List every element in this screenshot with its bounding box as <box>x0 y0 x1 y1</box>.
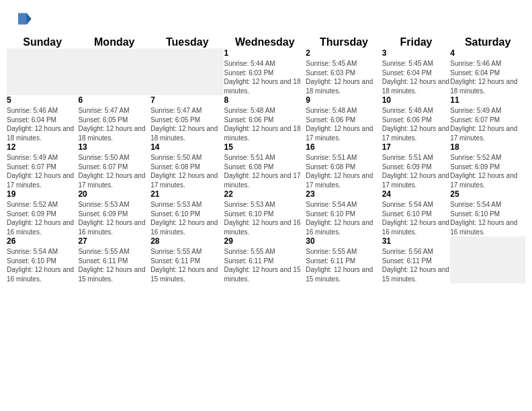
logo <box>13 9 34 28</box>
calendar-day-cell: 11Sunrise: 5:49 AM Sunset: 6:07 PM Dayli… <box>450 95 525 142</box>
calendar-day-cell: 6Sunrise: 5:47 AM Sunset: 6:05 PM Daylig… <box>78 95 150 142</box>
day-info: Sunrise: 5:50 AM Sunset: 6:07 PM Dayligh… <box>78 153 150 189</box>
day-info: Sunrise: 5:52 AM Sunset: 6:09 PM Dayligh… <box>450 153 525 189</box>
day-number: 15 <box>224 142 306 152</box>
day-number: 19 <box>7 189 78 199</box>
weekday-header-friday: Friday <box>382 36 451 48</box>
day-info: Sunrise: 5:54 AM Sunset: 6:10 PM Dayligh… <box>306 200 382 236</box>
calendar-day-cell: 22Sunrise: 5:53 AM Sunset: 6:10 PM Dayli… <box>224 189 306 236</box>
day-info: Sunrise: 5:45 AM Sunset: 6:03 PM Dayligh… <box>306 59 382 95</box>
day-number: 4 <box>450 48 525 58</box>
calendar-week-row: 1Sunrise: 5:44 AM Sunset: 6:03 PM Daylig… <box>7 48 525 95</box>
weekday-header-row: SundayMondayTuesdayWednesdayThursdayFrid… <box>7 36 525 48</box>
calendar-day-cell: 19Sunrise: 5:52 AM Sunset: 6:09 PM Dayli… <box>7 189 78 236</box>
day-info: Sunrise: 5:44 AM Sunset: 6:03 PM Dayligh… <box>224 59 306 95</box>
calendar-table: SundayMondayTuesdayWednesdayThursdayFrid… <box>7 36 525 283</box>
calendar-day-cell: 31Sunrise: 5:56 AM Sunset: 6:11 PM Dayli… <box>382 236 451 283</box>
day-number: 21 <box>150 189 224 199</box>
calendar-week-row: 19Sunrise: 5:52 AM Sunset: 6:09 PM Dayli… <box>7 189 525 236</box>
day-number: 14 <box>150 142 224 152</box>
calendar-day-cell: 3Sunrise: 5:45 AM Sunset: 6:04 PM Daylig… <box>382 48 451 95</box>
day-number: 31 <box>382 236 451 246</box>
calendar-day-cell: 23Sunrise: 5:54 AM Sunset: 6:10 PM Dayli… <box>306 189 382 236</box>
day-number: 29 <box>224 236 306 246</box>
day-number: 22 <box>224 189 306 199</box>
calendar-day-cell: 5Sunrise: 5:46 AM Sunset: 6:04 PM Daylig… <box>7 95 78 142</box>
day-info: Sunrise: 5:46 AM Sunset: 6:04 PM Dayligh… <box>7 106 78 142</box>
day-number: 26 <box>7 236 78 246</box>
calendar-day-cell: 21Sunrise: 5:53 AM Sunset: 6:10 PM Dayli… <box>150 189 224 236</box>
calendar-week-row: 5Sunrise: 5:46 AM Sunset: 6:04 PM Daylig… <box>7 95 525 142</box>
weekday-header-wednesday: Wednesday <box>224 36 306 48</box>
calendar-empty-cell <box>150 48 224 95</box>
calendar-day-cell: 25Sunrise: 5:54 AM Sunset: 6:10 PM Dayli… <box>450 189 525 236</box>
day-number: 16 <box>306 142 382 152</box>
calendar-week-row: 12Sunrise: 5:49 AM Sunset: 6:07 PM Dayli… <box>7 142 525 189</box>
day-number: 5 <box>7 95 78 105</box>
calendar-day-cell: 13Sunrise: 5:50 AM Sunset: 6:07 PM Dayli… <box>78 142 150 189</box>
day-info: Sunrise: 5:49 AM Sunset: 6:07 PM Dayligh… <box>7 153 78 189</box>
calendar-day-cell: 9Sunrise: 5:48 AM Sunset: 6:06 PM Daylig… <box>306 95 382 142</box>
day-info: Sunrise: 5:48 AM Sunset: 6:06 PM Dayligh… <box>306 106 382 142</box>
calendar-day-cell: 10Sunrise: 5:48 AM Sunset: 6:06 PM Dayli… <box>382 95 451 142</box>
logo-icon <box>13 9 32 28</box>
calendar-week-row: 26Sunrise: 5:54 AM Sunset: 6:10 PM Dayli… <box>7 236 525 283</box>
calendar-day-cell: 30Sunrise: 5:55 AM Sunset: 6:11 PM Dayli… <box>306 236 382 283</box>
day-number: 7 <box>150 95 224 105</box>
calendar-container: SundayMondayTuesdayWednesdayThursdayFrid… <box>0 36 532 290</box>
weekday-header-thursday: Thursday <box>306 36 382 48</box>
day-info: Sunrise: 5:53 AM Sunset: 6:10 PM Dayligh… <box>150 200 224 236</box>
calendar-day-cell: 24Sunrise: 5:54 AM Sunset: 6:10 PM Dayli… <box>382 189 451 236</box>
calendar-day-cell: 14Sunrise: 5:50 AM Sunset: 6:08 PM Dayli… <box>150 142 224 189</box>
day-info: Sunrise: 5:46 AM Sunset: 6:04 PM Dayligh… <box>450 59 525 95</box>
subtitle <box>0 31 532 36</box>
day-number: 13 <box>78 142 150 152</box>
calendar-day-cell: 4Sunrise: 5:46 AM Sunset: 6:04 PM Daylig… <box>450 48 525 95</box>
svg-marker-1 <box>27 13 32 25</box>
calendar-day-cell: 18Sunrise: 5:52 AM Sunset: 6:09 PM Dayli… <box>450 142 525 189</box>
day-info: Sunrise: 5:55 AM Sunset: 6:11 PM Dayligh… <box>150 247 224 283</box>
day-info: Sunrise: 5:55 AM Sunset: 6:11 PM Dayligh… <box>224 247 306 283</box>
calendar-day-cell: 12Sunrise: 5:49 AM Sunset: 6:07 PM Dayli… <box>7 142 78 189</box>
calendar-empty-cell <box>7 48 78 95</box>
page-header <box>0 0 532 31</box>
day-number: 1 <box>224 48 306 58</box>
day-info: Sunrise: 5:55 AM Sunset: 6:11 PM Dayligh… <box>78 247 150 283</box>
day-number: 17 <box>382 142 451 152</box>
calendar-day-cell: 15Sunrise: 5:51 AM Sunset: 6:08 PM Dayli… <box>224 142 306 189</box>
calendar-day-cell: 2Sunrise: 5:45 AM Sunset: 6:03 PM Daylig… <box>306 48 382 95</box>
day-info: Sunrise: 5:47 AM Sunset: 6:05 PM Dayligh… <box>150 106 224 142</box>
day-number: 28 <box>150 236 224 246</box>
day-number: 25 <box>450 189 525 199</box>
calendar-day-cell: 28Sunrise: 5:55 AM Sunset: 6:11 PM Dayli… <box>150 236 224 283</box>
calendar-empty-cell <box>450 236 525 283</box>
calendar-day-cell: 1Sunrise: 5:44 AM Sunset: 6:03 PM Daylig… <box>224 48 306 95</box>
day-info: Sunrise: 5:48 AM Sunset: 6:06 PM Dayligh… <box>224 106 306 142</box>
day-info: Sunrise: 5:54 AM Sunset: 6:10 PM Dayligh… <box>7 247 78 283</box>
day-info: Sunrise: 5:52 AM Sunset: 6:09 PM Dayligh… <box>7 200 78 236</box>
day-number: 18 <box>450 142 525 152</box>
day-number: 2 <box>306 48 382 58</box>
day-number: 23 <box>306 189 382 199</box>
day-info: Sunrise: 5:56 AM Sunset: 6:11 PM Dayligh… <box>382 247 451 283</box>
day-number: 9 <box>306 95 382 105</box>
day-number: 3 <box>382 48 451 58</box>
day-number: 12 <box>7 142 78 152</box>
day-info: Sunrise: 5:53 AM Sunset: 6:09 PM Dayligh… <box>78 200 150 236</box>
day-number: 20 <box>78 189 150 199</box>
day-info: Sunrise: 5:51 AM Sunset: 6:08 PM Dayligh… <box>306 153 382 189</box>
calendar-day-cell: 26Sunrise: 5:54 AM Sunset: 6:10 PM Dayli… <box>7 236 78 283</box>
weekday-header-saturday: Saturday <box>450 36 525 48</box>
weekday-header-tuesday: Tuesday <box>150 36 224 48</box>
day-number: 8 <box>224 95 306 105</box>
calendar-day-cell: 7Sunrise: 5:47 AM Sunset: 6:05 PM Daylig… <box>150 95 224 142</box>
day-info: Sunrise: 5:45 AM Sunset: 6:04 PM Dayligh… <box>382 59 451 95</box>
weekday-header-sunday: Sunday <box>7 36 78 48</box>
calendar-day-cell: 17Sunrise: 5:51 AM Sunset: 6:09 PM Dayli… <box>382 142 451 189</box>
calendar-empty-cell <box>78 48 150 95</box>
day-info: Sunrise: 5:54 AM Sunset: 6:10 PM Dayligh… <box>450 200 525 236</box>
day-number: 10 <box>382 95 451 105</box>
day-info: Sunrise: 5:55 AM Sunset: 6:11 PM Dayligh… <box>306 247 382 283</box>
day-info: Sunrise: 5:51 AM Sunset: 6:09 PM Dayligh… <box>382 153 451 189</box>
day-info: Sunrise: 5:48 AM Sunset: 6:06 PM Dayligh… <box>382 106 451 142</box>
